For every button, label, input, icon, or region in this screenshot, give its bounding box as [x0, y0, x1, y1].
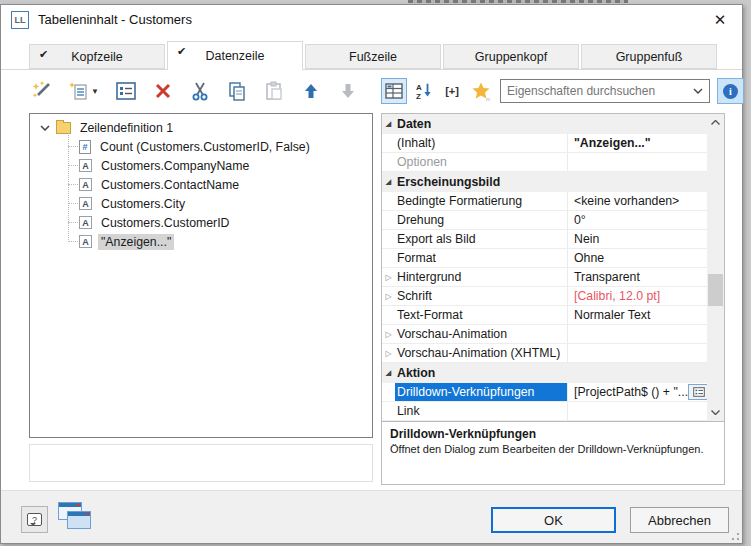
tree-item-customerid[interactable]: A Customers.CustomerID — [30, 213, 372, 232]
delete-button[interactable] — [150, 78, 176, 104]
star-icon — [471, 81, 491, 101]
open-dialog-button[interactable] — [688, 384, 707, 400]
section-daten[interactable]: ◢ Daten — [382, 114, 707, 134]
chevron-down-icon[interactable] — [693, 88, 703, 94]
expander-icon[interactable]: ▷ — [385, 330, 391, 339]
prop-value[interactable]: Ohne — [567, 249, 707, 267]
prop-value[interactable]: Normaler Text — [567, 306, 707, 324]
categorized-list-icon — [385, 83, 403, 99]
prop-name: (Inhalt) — [395, 134, 567, 152]
help-button[interactable]: ? — [21, 506, 48, 533]
tree-item-contactname[interactable]: A Customers.ContactName — [30, 175, 372, 194]
tab-gruppenkopf[interactable]: ✔ Gruppenkopf — [443, 44, 579, 69]
section-erscheinungsbild[interactable]: ◢ Erscheinungsbild — [382, 172, 707, 192]
info-button[interactable]: i — [717, 78, 744, 104]
prop-drehung[interactable]: Drehung 0° — [382, 211, 707, 230]
expander-icon[interactable]: ▷ — [385, 273, 391, 282]
tab-label: Kopfzeile — [71, 50, 122, 64]
help-question-icon: ? — [27, 513, 42, 526]
prop-hintergrund[interactable]: ▷ Hintergrund Transparent — [382, 268, 707, 287]
prop-value[interactable]: <keine vorhanden> — [567, 192, 707, 210]
move-down-button[interactable] — [335, 78, 361, 104]
insert-new-line-button[interactable]: ▼ — [66, 78, 102, 104]
sort-alphabetical-button[interactable]: A Z — [410, 78, 436, 104]
tab-fusszeile[interactable]: ✔ Fußzeile — [305, 44, 441, 69]
close-icon[interactable]: ✕ — [704, 7, 736, 33]
search-input[interactable] — [501, 80, 683, 102]
tab-label: Gruppenkopf — [475, 50, 547, 64]
prop-value[interactable]: Transparent — [567, 268, 707, 286]
prop-name: Optionen — [395, 153, 567, 171]
window-front-icon — [67, 511, 91, 529]
expander-icon[interactable]: ▷ — [385, 349, 391, 358]
edit-contents-button[interactable] — [113, 78, 139, 104]
tree-item-label: Customers.ContactName — [98, 177, 242, 193]
tab-datenzeile[interactable]: ✔ Datenzeile — [167, 41, 303, 70]
paste-button[interactable] — [261, 78, 287, 104]
tree-item-city[interactable]: A Customers.City — [30, 194, 372, 213]
prop-name: Link — [395, 402, 567, 420]
preview-box — [29, 444, 373, 482]
prop-optionen[interactable]: Optionen — [382, 153, 707, 172]
prop-format[interactable]: Format Ohne — [382, 249, 707, 268]
prop-inhalt[interactable]: (Inhalt) "Anzeigen..." — [382, 134, 707, 153]
copy-button[interactable] — [224, 78, 250, 104]
row-definition-tree[interactable]: Zeilendefinition 1 # Count (Customers.Cu… — [29, 113, 373, 438]
prop-drilldown-verknuepfungen[interactable]: Drilldown-Verknüpfungen [ProjectPath$ ()… — [382, 383, 707, 402]
cancel-button[interactable]: Abbrechen — [630, 507, 729, 533]
scroll-up-icon[interactable] — [707, 114, 724, 131]
move-up-button[interactable] — [298, 78, 324, 104]
tree-item-label: Customers.CustomerID — [98, 215, 232, 231]
property-description: Drilldown-Verknüpfungen Öffnet den Dialo… — [382, 421, 724, 484]
categorized-view-button[interactable] — [381, 78, 407, 104]
expand-all-icon: [+] — [445, 85, 459, 97]
tabstrip: ✔ Kopfzeile ✔ Datenzeile ✔ Fußzeile ✔ Gr… — [1, 41, 742, 70]
window-stack-button[interactable] — [58, 502, 94, 534]
prop-value[interactable]: "Anzeigen..." — [567, 134, 707, 152]
formula-wizard-button[interactable] — [29, 78, 55, 104]
tree-item-companyname[interactable]: A Customers.CompanyName — [30, 156, 372, 175]
description-text: Öffnet den Dialog zum Bearbeiten der Dri… — [390, 443, 716, 455]
prop-vorschau-animation-xhtml[interactable]: ▷ Vorschau-Animation (XHTML) — [382, 344, 707, 363]
prop-value[interactable] — [567, 402, 707, 420]
prop-value[interactable]: [Calibri, 12.0 pt] — [567, 287, 707, 305]
prop-value — [567, 344, 707, 362]
section-aktion[interactable]: ◢ Aktion — [382, 363, 707, 383]
vertical-scrollbar[interactable] — [707, 114, 724, 421]
chevron-down-icon[interactable] — [40, 125, 50, 131]
tree-item-anzeigen[interactable]: A "Anzeigen..." — [30, 232, 372, 251]
scrollbar-thumb[interactable] — [708, 274, 723, 306]
expand-all-button[interactable]: [+] — [439, 78, 465, 104]
prop-value[interactable]: 0° — [567, 211, 707, 229]
tree-item-label: Customers.CompanyName — [98, 158, 252, 174]
scissors-icon — [190, 81, 210, 101]
svg-text:Z: Z — [416, 92, 421, 100]
prop-value[interactable]: Nein — [567, 230, 707, 248]
prop-name: Hintergrund — [395, 268, 567, 286]
scroll-down-icon[interactable] — [707, 404, 724, 421]
property-panel: ◢ Daten (Inhalt) "Anzeigen..." Optionen … — [381, 113, 725, 485]
arrow-down-icon — [340, 82, 356, 100]
prop-link[interactable]: Link — [382, 402, 707, 421]
prop-bedingte-formatierung[interactable]: Bedingte Formatierung <keine vorhanden> — [382, 192, 707, 211]
prop-schrift[interactable]: ▷ Schrift [Calibri, 12.0 pt] — [382, 287, 707, 306]
description-title: Drilldown-Verknüpfungen — [390, 427, 716, 441]
expander-icon[interactable]: ▷ — [385, 292, 391, 301]
properties-form-icon — [116, 82, 136, 100]
resize-grip[interactable] — [729, 530, 740, 541]
prop-value[interactable]: [ProjectPath$ () + "... — [574, 385, 688, 399]
tab-label: Fußzeile — [349, 50, 397, 64]
prop-vorschau-animation[interactable]: ▷ Vorschau-Animation — [382, 325, 707, 344]
property-search-combobox[interactable] — [500, 79, 710, 103]
ok-button[interactable]: OK — [491, 507, 616, 533]
favorites-button[interactable] — [468, 78, 494, 104]
prop-text-format[interactable]: Text-Format Normaler Text — [382, 306, 707, 325]
prop-export-als-bild[interactable]: Export als Bild Nein — [382, 230, 707, 249]
cut-button[interactable] — [187, 78, 213, 104]
tab-gruppenfuss[interactable]: ✔ Gruppenfuß — [581, 44, 717, 69]
background-window-edge — [408, 0, 628, 3]
tree-root[interactable]: Zeilendefinition 1 — [30, 118, 372, 137]
tree-item-count[interactable]: # Count (Customers.CustomerID, False) — [30, 137, 372, 156]
tab-kopfzeile[interactable]: ✔ Kopfzeile — [29, 44, 165, 69]
tree-item-label: Count (Customers.CustomerID, False) — [97, 139, 313, 155]
